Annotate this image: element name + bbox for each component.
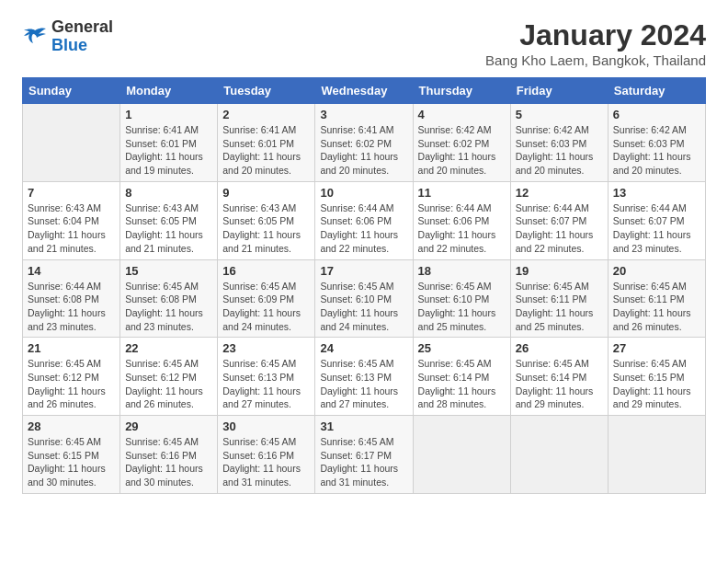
day-info: Sunrise: 6:45 AMSunset: 6:14 PMDaylight:…	[516, 357, 603, 411]
calendar-cell: 1Sunrise: 6:41 AMSunset: 6:01 PMDaylight…	[120, 104, 218, 182]
logo-bird-icon	[22, 27, 48, 47]
day-number: 24	[320, 341, 407, 355]
day-number: 2	[222, 108, 310, 121]
day-info: Sunrise: 6:43 AMSunset: 6:05 PMDaylight:…	[222, 201, 310, 256]
calendar-cell	[608, 416, 705, 494]
logo-text: General Blue	[51, 18, 113, 55]
day-number: 28	[28, 419, 115, 433]
calendar-cell: 14Sunrise: 6:44 AMSunset: 6:08 PMDayligh…	[23, 259, 120, 338]
day-info: Sunrise: 6:45 AMSunset: 6:13 PMDaylight:…	[320, 357, 407, 411]
day-info: Sunrise: 6:45 AMSunset: 6:13 PMDaylight:…	[222, 357, 310, 411]
day-number: 26	[516, 341, 603, 355]
day-info: Sunrise: 6:45 AMSunset: 6:16 PMDaylight:…	[222, 435, 310, 489]
day-info: Sunrise: 6:44 AMSunset: 6:06 PMDaylight:…	[418, 201, 506, 256]
day-number: 5	[516, 108, 603, 121]
day-number: 4	[418, 108, 506, 121]
calendar-table: SundayMondayTuesdayWednesdayThursdayFrid…	[22, 77, 706, 494]
weekday-header: Friday	[510, 78, 608, 104]
day-info: Sunrise: 6:42 AMSunset: 6:03 PMDaylight:…	[613, 123, 700, 178]
calendar-cell: 17Sunrise: 6:45 AMSunset: 6:10 PMDayligh…	[315, 259, 413, 338]
calendar-week-row: 21Sunrise: 6:45 AMSunset: 6:12 PMDayligh…	[23, 338, 706, 416]
day-info: Sunrise: 6:45 AMSunset: 6:14 PMDaylight:…	[418, 357, 506, 411]
calendar-cell: 15Sunrise: 6:45 AMSunset: 6:08 PMDayligh…	[120, 259, 218, 338]
calendar-cell: 23Sunrise: 6:45 AMSunset: 6:13 PMDayligh…	[218, 338, 315, 416]
day-number: 16	[222, 264, 310, 278]
weekday-header: Wednesday	[315, 78, 413, 104]
calendar-cell: 12Sunrise: 6:44 AMSunset: 6:07 PMDayligh…	[510, 181, 608, 259]
day-number: 11	[418, 186, 506, 200]
day-info: Sunrise: 6:45 AMSunset: 6:10 PMDaylight:…	[418, 280, 506, 334]
calendar-cell: 26Sunrise: 6:45 AMSunset: 6:14 PMDayligh…	[510, 338, 608, 416]
day-info: Sunrise: 6:45 AMSunset: 6:12 PMDaylight:…	[28, 357, 115, 411]
day-info: Sunrise: 6:45 AMSunset: 6:11 PMDaylight:…	[516, 280, 603, 334]
day-number: 23	[222, 341, 310, 355]
calendar-cell	[510, 416, 608, 494]
calendar-cell: 4Sunrise: 6:42 AMSunset: 6:02 PMDaylight…	[413, 104, 510, 182]
day-number: 13	[613, 186, 700, 200]
weekday-header: Saturday	[608, 78, 705, 104]
weekday-header-row: SundayMondayTuesdayWednesdayThursdayFrid…	[23, 78, 706, 104]
day-number: 17	[320, 264, 407, 278]
calendar-cell	[23, 104, 120, 182]
day-info: Sunrise: 6:45 AMSunset: 6:15 PMDaylight:…	[28, 435, 115, 489]
calendar-week-row: 7Sunrise: 6:43 AMSunset: 6:04 PMDaylight…	[23, 181, 706, 259]
calendar-week-row: 1Sunrise: 6:41 AMSunset: 6:01 PMDaylight…	[23, 104, 706, 182]
day-number: 30	[222, 419, 310, 433]
day-info: Sunrise: 6:41 AMSunset: 6:01 PMDaylight:…	[222, 123, 310, 178]
calendar-cell: 27Sunrise: 6:45 AMSunset: 6:15 PMDayligh…	[608, 338, 705, 416]
day-number: 6	[613, 108, 700, 121]
calendar-cell	[413, 416, 510, 494]
day-number: 12	[516, 186, 603, 200]
day-info: Sunrise: 6:45 AMSunset: 6:12 PMDaylight:…	[125, 357, 212, 411]
day-number: 1	[125, 108, 212, 121]
day-info: Sunrise: 6:45 AMSunset: 6:17 PMDaylight:…	[320, 435, 407, 489]
calendar-cell: 19Sunrise: 6:45 AMSunset: 6:11 PMDayligh…	[510, 259, 608, 338]
calendar-cell: 30Sunrise: 6:45 AMSunset: 6:16 PMDayligh…	[218, 416, 315, 494]
day-info: Sunrise: 6:45 AMSunset: 6:08 PMDaylight:…	[125, 280, 212, 334]
day-info: Sunrise: 6:42 AMSunset: 6:02 PMDaylight:…	[418, 123, 506, 178]
calendar-week-row: 14Sunrise: 6:44 AMSunset: 6:08 PMDayligh…	[23, 259, 706, 338]
calendar-cell: 21Sunrise: 6:45 AMSunset: 6:12 PMDayligh…	[23, 338, 120, 416]
day-number: 18	[418, 264, 506, 278]
day-info: Sunrise: 6:41 AMSunset: 6:01 PMDaylight:…	[125, 123, 212, 178]
day-number: 9	[222, 186, 310, 200]
day-info: Sunrise: 6:43 AMSunset: 6:05 PMDaylight:…	[125, 201, 212, 256]
day-info: Sunrise: 6:44 AMSunset: 6:08 PMDaylight:…	[28, 280, 115, 334]
calendar-cell: 3Sunrise: 6:41 AMSunset: 6:02 PMDaylight…	[315, 104, 413, 182]
calendar-cell: 29Sunrise: 6:45 AMSunset: 6:16 PMDayligh…	[120, 416, 218, 494]
day-number: 25	[418, 341, 506, 355]
weekday-header: Sunday	[23, 78, 120, 104]
day-number: 21	[28, 341, 115, 355]
calendar-cell: 13Sunrise: 6:44 AMSunset: 6:07 PMDayligh…	[608, 181, 705, 259]
logo-blue: Blue	[51, 37, 113, 55]
logo-general: General	[51, 18, 113, 37]
calendar-cell: 8Sunrise: 6:43 AMSunset: 6:05 PMDaylight…	[120, 181, 218, 259]
weekday-header: Monday	[120, 78, 218, 104]
calendar-cell: 2Sunrise: 6:41 AMSunset: 6:01 PMDaylight…	[218, 104, 315, 182]
day-info: Sunrise: 6:44 AMSunset: 6:07 PMDaylight:…	[613, 201, 700, 256]
day-info: Sunrise: 6:45 AMSunset: 6:10 PMDaylight:…	[320, 280, 407, 334]
page-subtitle: Bang Kho Laem, Bangkok, Thailand	[485, 52, 706, 68]
calendar-cell: 18Sunrise: 6:45 AMSunset: 6:10 PMDayligh…	[413, 259, 510, 338]
calendar-cell: 24Sunrise: 6:45 AMSunset: 6:13 PMDayligh…	[315, 338, 413, 416]
day-info: Sunrise: 6:45 AMSunset: 6:16 PMDaylight:…	[125, 435, 212, 489]
logo: General Blue	[22, 18, 113, 55]
day-number: 7	[28, 186, 115, 200]
day-number: 14	[28, 264, 115, 278]
weekday-header: Thursday	[413, 78, 510, 104]
day-number: 31	[320, 419, 407, 433]
day-number: 15	[125, 264, 212, 278]
day-number: 19	[516, 264, 603, 278]
calendar-cell: 25Sunrise: 6:45 AMSunset: 6:14 PMDayligh…	[413, 338, 510, 416]
calendar-cell: 31Sunrise: 6:45 AMSunset: 6:17 PMDayligh…	[315, 416, 413, 494]
weekday-header: Tuesday	[218, 78, 315, 104]
calendar-cell: 16Sunrise: 6:45 AMSunset: 6:09 PMDayligh…	[218, 259, 315, 338]
calendar-cell: 10Sunrise: 6:44 AMSunset: 6:06 PMDayligh…	[315, 181, 413, 259]
calendar-cell: 28Sunrise: 6:45 AMSunset: 6:15 PMDayligh…	[23, 416, 120, 494]
day-number: 20	[613, 264, 700, 278]
day-info: Sunrise: 6:43 AMSunset: 6:04 PMDaylight:…	[28, 201, 115, 256]
calendar-cell: 20Sunrise: 6:45 AMSunset: 6:11 PMDayligh…	[608, 259, 705, 338]
day-info: Sunrise: 6:45 AMSunset: 6:09 PMDaylight:…	[222, 280, 310, 334]
day-info: Sunrise: 6:45 AMSunset: 6:15 PMDaylight:…	[613, 357, 700, 411]
day-number: 22	[125, 341, 212, 355]
